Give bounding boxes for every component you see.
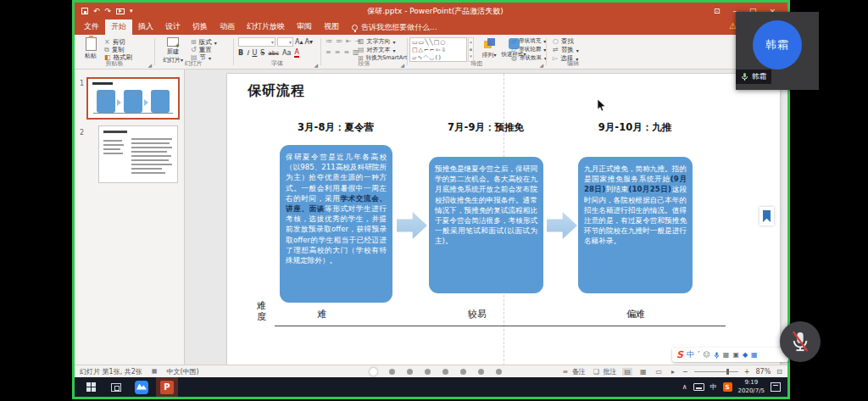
shapes-gallery-scrollbar[interactable]: ▴▪▾ (468, 37, 474, 62)
text-box-pre-exemption[interactable]: 预推免是继夏令营之后，保研同学的第二次机会。各大高校在九月底推免系统开放之前会发… (429, 157, 543, 293)
tray-chevron-icon[interactable]: ∧ (682, 383, 687, 391)
notes-button[interactable]: ≡ 备注 (560, 367, 585, 376)
task-view-button[interactable] (105, 377, 127, 397)
reading-view-icon[interactable]: ▭ (654, 368, 665, 376)
participant-video-tile[interactable]: 韩霜 韩霜 (736, 12, 819, 90)
drawing-dialog-launcher[interactable]: ◢ (539, 62, 543, 68)
taskbar-clock[interactable]: 9:192020/7/5 (738, 379, 765, 394)
difficulty-level-easier[interactable]: 较易 (452, 308, 503, 320)
mute-button[interactable] (780, 321, 821, 362)
tell-me-box[interactable]: 告诉我您想要做什么... (352, 22, 437, 35)
column-header-summer-camp[interactable]: 3月-8月：夏令营 (272, 121, 399, 134)
paste-button[interactable]: 粘贴 (81, 37, 101, 60)
zoom-level[interactable]: 87% (756, 368, 771, 376)
start-button[interactable] (80, 377, 102, 397)
column-header-september[interactable]: 9月-10月：九推 (571, 121, 698, 134)
font-size-box[interactable]: ▾ (277, 37, 293, 47)
tab-animations[interactable]: 动画 (214, 19, 241, 35)
slide-thumbnail-1[interactable] (86, 77, 180, 120)
shape-fill-button[interactable]: ▱形状填充▾ (511, 37, 546, 45)
tab-home[interactable]: 开始 (105, 19, 132, 35)
ime-toolbox-icon[interactable]: ▣ (732, 352, 739, 359)
tab-review[interactable]: 审阅 (291, 19, 318, 35)
tab-file[interactable]: 文件 (78, 19, 105, 35)
sogou-logo-icon[interactable]: S (676, 349, 683, 360)
powerpoint-taskbar-button[interactable]: P (156, 377, 178, 397)
comments-button[interactable]: ❏ 批注 (592, 367, 617, 376)
ime-toolbar[interactable]: S 中 ’ ☺ ▦ ▣ ◆ ▦ (672, 348, 788, 362)
zoom-slider-thumb[interactable] (726, 369, 729, 375)
ribbon-display-options-icon[interactable]: ⊡ (714, 7, 721, 15)
underline-button[interactable]: U (252, 50, 257, 57)
italic-button[interactable]: I (247, 50, 248, 57)
arrow-shape-2[interactable] (547, 209, 577, 242)
tab-design[interactable]: 设计 (159, 19, 186, 35)
mini-slide-title (92, 82, 113, 85)
find-button[interactable]: ○查找 (553, 37, 574, 46)
arrange-button[interactable]: 排列▾ (478, 38, 500, 59)
ime-grid-icon[interactable]: ▦ (751, 352, 758, 359)
text-box-september[interactable]: 九月正式推免，简称九推。指的是国家推免服务系统开始(9月28日)到结束(10月2… (578, 157, 693, 293)
bold-button[interactable]: B (238, 50, 243, 57)
bookmark-icon[interactable] (760, 207, 774, 226)
numbering-icon[interactable]: ≕ (336, 38, 342, 45)
clear-formatting-icon[interactable]: abc (268, 51, 279, 57)
qat-dropdown-icon[interactable]: ▾ (130, 8, 133, 14)
strikethrough-button[interactable]: S (260, 50, 264, 57)
slideshow-view-icon[interactable]: ▸ (670, 368, 676, 376)
ime-voice-icon[interactable] (714, 351, 720, 359)
undo-icon[interactable]: ↶ (93, 8, 100, 15)
zoom-in-icon[interactable]: + (744, 368, 750, 376)
bullets-icon[interactable]: ≔ (326, 38, 332, 45)
difficulty-axis-label[interactable]: 难度 (256, 301, 267, 322)
touch-keyboard-icon[interactable] (693, 383, 704, 391)
ime-punctuation-icon[interactable]: ’ (698, 352, 700, 359)
start-slideshow-icon[interactable] (116, 8, 125, 14)
ime-keyboard-icon[interactable]: ▦ (723, 352, 730, 359)
align-right-icon[interactable]: ≡ (343, 49, 349, 56)
fit-to-window-icon[interactable]: ⊡ (776, 368, 782, 376)
clipboard-dialog-launcher[interactable]: ◢ (147, 62, 152, 68)
decrease-indent-icon[interactable]: ⇤ (346, 38, 352, 45)
action-center-icon[interactable] (771, 382, 781, 392)
replace-button[interactable]: ⇄替换▾ (553, 46, 579, 54)
change-case-button[interactable]: Aa (282, 50, 291, 57)
difficulty-level-hard[interactable]: 难 (297, 308, 348, 320)
redo-icon[interactable]: ↷ (105, 8, 112, 15)
ime-skin-icon[interactable]: ◆ (743, 352, 748, 359)
zoom-out-icon[interactable]: − (682, 368, 688, 376)
slide-canvas[interactable]: 保研流程 3月-8月：夏令营 7月-9月：预推免 9月-10月：九推 保研夏令营… (227, 74, 780, 365)
font-dialog-launcher[interactable]: ◢ (314, 62, 318, 68)
paragraph-dialog-launcher[interactable]: ◢ (400, 62, 404, 68)
tab-view[interactable]: 视图 (318, 19, 345, 35)
ime-emoji-icon[interactable]: ☺ (703, 352, 709, 359)
text-box-summer-camp[interactable]: 保研夏令营是近几年各高校（以985、211高校及科研院所为主）抢夺优质生源的一种… (280, 145, 392, 303)
shrink-font-icon[interactable]: A▾ (305, 39, 314, 46)
sogou-tray-icon[interactable]: S (723, 382, 732, 392)
column-header-pre-exemption[interactable]: 7月-9月：预推免 (422, 121, 549, 134)
slide-sorter-view-icon[interactable]: ▦ (638, 368, 648, 376)
slide-title[interactable]: 保研流程 (248, 82, 305, 100)
normal-view-icon[interactable]: ▤ (622, 368, 632, 376)
zoom-slider[interactable] (694, 371, 738, 372)
meeting-app-button[interactable] (131, 377, 153, 397)
align-text-button[interactable]: ▤对齐文本▾ (358, 46, 396, 54)
tab-insert[interactable]: 插入 (132, 19, 159, 35)
font-name-box[interactable]: ▾ (238, 37, 275, 47)
shapes-gallery[interactable]: ▭▭╲╲□○ □△⌐⌐⇦⇩ ▱∿◠◡() (409, 37, 467, 62)
difficulty-level-harder[interactable]: 偏难 (610, 308, 661, 320)
ime-language-icon[interactable]: 中 (687, 349, 694, 360)
grow-font-icon[interactable]: A▴ (295, 39, 303, 46)
font-color-button[interactable]: A (294, 49, 298, 58)
text-direction-button[interactable]: ▥文字方向▾ (358, 37, 396, 46)
shape-outline-button[interactable]: ▱形状轮廓▾ (511, 46, 546, 53)
align-center-icon[interactable]: ≡ (335, 49, 341, 56)
align-left-icon[interactable]: ≡ (326, 49, 331, 56)
slide-thumbnail-2[interactable] (98, 125, 178, 183)
arrow-shape-1[interactable] (397, 209, 427, 242)
tab-slideshow[interactable]: 幻灯片放映 (241, 19, 291, 35)
save-icon[interactable] (81, 8, 88, 14)
language-indicator[interactable]: 中文(中国) (166, 367, 198, 376)
ime-indicator[interactable]: 中 (710, 382, 717, 392)
tab-transitions[interactable]: 切换 (186, 19, 214, 35)
